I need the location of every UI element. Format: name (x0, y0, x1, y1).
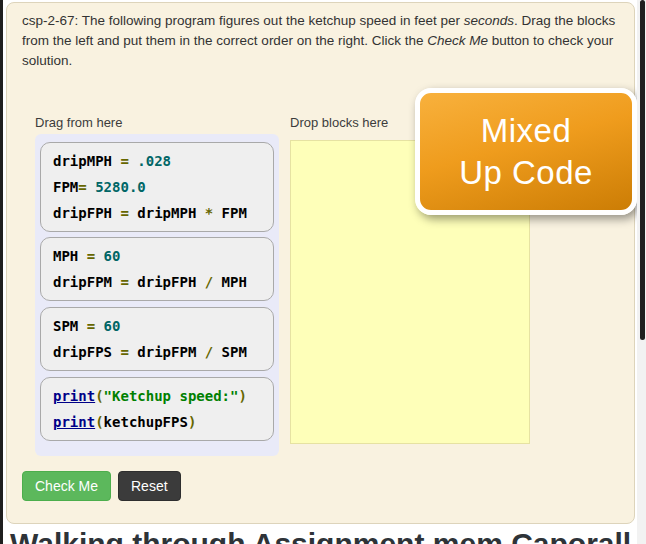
code-line: MPH = 60 (53, 243, 261, 269)
badge-line-1: Mixed (481, 110, 572, 152)
next-section-heading: Walking through Assignment mem Caporall (10, 527, 640, 544)
parsons-problem-panel: csp-2-67: The following program figures … (6, 2, 635, 524)
source-blocks-panel[interactable]: dripMPH = .028FPM= 5280.0dripFPH = dripM… (35, 134, 279, 456)
code-line: FPM= 5280.0 (53, 174, 261, 200)
reset-button[interactable]: Reset (118, 471, 181, 501)
code-line: print("Ketchup speed:") (53, 383, 261, 409)
code-block-1[interactable]: dripMPH = .028FPM= 5280.0dripFPH = dripM… (40, 142, 274, 232)
code-block-3[interactable]: SPM = 60dripFPS = dripFPM / SPM (40, 307, 274, 371)
code-line: dripFPS = dripFPM / SPM (53, 339, 261, 365)
drop-blocks-here-label: Drop blocks here (290, 115, 388, 130)
scrollbar-thumb[interactable] (640, 0, 645, 340)
code-line: dripMPH = .028 (53, 148, 261, 174)
page: csp-2-67: The following program figures … (0, 0, 646, 544)
code-block-4[interactable]: print("Ketchup speed:")print(ketchupFPS) (40, 377, 274, 441)
check-me-button[interactable]: Check Me (22, 471, 111, 501)
drag-from-here-label: Drag from here (35, 115, 122, 130)
code-line: dripFPM = dripFPH / MPH (53, 269, 261, 295)
problem-instructions: csp-2-67: The following program figures … (22, 11, 634, 71)
scrollbar[interactable] (637, 0, 646, 544)
window-left-edge (0, 0, 3, 544)
code-block-2[interactable]: MPH = 60dripFPM = dripFPH / MPH (40, 237, 274, 301)
code-line: dripFPH = dripMPH * FPM (53, 200, 261, 226)
code-line: print(ketchupFPS) (53, 409, 261, 435)
code-line: SPM = 60 (53, 313, 261, 339)
mixed-up-code-badge: Mixed Up Code (415, 88, 637, 215)
badge-line-2: Up Code (459, 152, 593, 194)
